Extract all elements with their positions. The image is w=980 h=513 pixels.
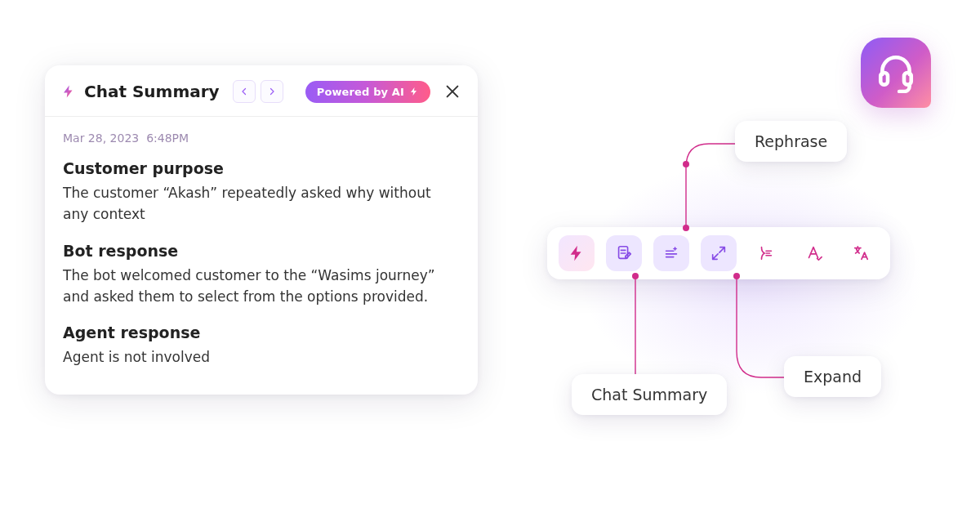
- font-style-icon: [804, 244, 822, 262]
- svg-rect-2: [619, 247, 628, 259]
- sparkle-lines-icon: [662, 244, 680, 262]
- svg-rect-1: [904, 73, 911, 85]
- powered-by-ai-pill: Powered by AI: [305, 81, 430, 103]
- panel-body: Mar 28, 2023 6:48PM Customer purpose The…: [45, 117, 478, 395]
- next-button[interactable]: [261, 80, 283, 103]
- section-body: The bot welcomed customer to the “Wasims…: [63, 265, 460, 308]
- section-bot-response: Bot response The bot welcomed customer t…: [63, 242, 460, 308]
- connector-dot: [733, 273, 740, 279]
- chat-summary-panel: Chat Summary Powered by AI Mar 28, 2023 …: [45, 65, 478, 395]
- ai-actions-toolbar: [547, 227, 890, 279]
- expand-arrows-icon: [710, 244, 728, 262]
- connector-dot: [683, 225, 689, 231]
- prev-button[interactable]: [233, 80, 256, 103]
- ai-bolt-button[interactable]: [559, 235, 595, 271]
- headset-icon: [875, 52, 916, 93]
- chat-summary-button[interactable]: [606, 235, 642, 271]
- label-chat-summary: Chat Summary: [572, 374, 727, 415]
- document-edit-icon: [615, 244, 633, 262]
- panel-header: Chat Summary Powered by AI: [45, 65, 478, 117]
- section-agent-response: Agent response Agent is not involved: [63, 323, 460, 368]
- translate-icon: [852, 244, 870, 262]
- expand-button[interactable]: [701, 235, 737, 271]
- panel-title: Chat Summary: [84, 82, 220, 101]
- shorten-button[interactable]: [748, 235, 784, 271]
- collapse-icon: [757, 244, 775, 262]
- section-heading: Agent response: [63, 323, 460, 341]
- app-logo-badge: [861, 38, 931, 108]
- close-button[interactable]: [445, 84, 460, 99]
- connector-dot: [632, 273, 639, 279]
- svg-rect-0: [880, 73, 888, 85]
- section-heading: Bot response: [63, 242, 460, 260]
- summary-timestamp: Mar 28, 2023 6:48PM: [63, 132, 460, 145]
- section-heading: Customer purpose: [63, 159, 460, 177]
- connector-dot: [683, 161, 689, 167]
- tone-button[interactable]: [795, 235, 831, 271]
- section-body: The customer “Akash” repeatedly asked wh…: [63, 182, 460, 225]
- rephrase-button[interactable]: [653, 235, 689, 271]
- label-rephrase: Rephrase: [735, 121, 847, 162]
- powered-by-ai-label: Powered by AI: [317, 86, 404, 98]
- section-customer-purpose: Customer purpose The customer “Akash” re…: [63, 159, 460, 225]
- label-expand: Expand: [784, 356, 881, 397]
- bolt-icon: [568, 244, 586, 262]
- translate-button[interactable]: [843, 235, 879, 271]
- bolt-icon: [61, 84, 76, 99]
- section-body: Agent is not involved: [63, 346, 460, 368]
- bolt-icon: [409, 87, 419, 96]
